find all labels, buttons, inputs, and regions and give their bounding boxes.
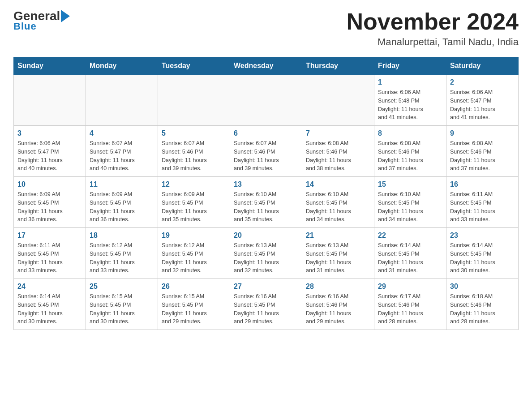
- day-number: 3: [17, 129, 82, 137]
- logo: General Blue: [13, 9, 71, 32]
- calendar-cell: 3Sunrise: 6:06 AMSunset: 5:47 PMDaylight…: [14, 126, 86, 177]
- calendar-cell: 27Sunrise: 6:16 AMSunset: 5:45 PMDayligh…: [230, 279, 302, 330]
- calendar-cell: 25Sunrise: 6:15 AMSunset: 5:45 PMDayligh…: [86, 279, 158, 330]
- title-area: November 2024 Manalurpettai, Tamil Nadu,…: [347, 9, 519, 48]
- day-info: Sunrise: 6:18 AMSunset: 5:46 PMDaylight:…: [450, 292, 515, 326]
- day-info: Sunrise: 6:07 AMSunset: 5:46 PMDaylight:…: [234, 139, 298, 173]
- calendar-cell: 19Sunrise: 6:12 AMSunset: 5:45 PMDayligh…: [158, 228, 230, 279]
- week-row-5: 24Sunrise: 6:14 AMSunset: 5:45 PMDayligh…: [14, 279, 519, 330]
- day-number: 8: [378, 129, 442, 137]
- weekday-header-sunday: Sunday: [14, 57, 86, 75]
- calendar-cell: 16Sunrise: 6:11 AMSunset: 5:45 PMDayligh…: [446, 177, 519, 228]
- day-info: Sunrise: 6:15 AMSunset: 5:45 PMDaylight:…: [162, 292, 226, 326]
- day-info: Sunrise: 6:06 AMSunset: 5:47 PMDaylight:…: [17, 139, 82, 173]
- calendar-cell: 14Sunrise: 6:10 AMSunset: 5:45 PMDayligh…: [302, 177, 374, 228]
- month-title: November 2024: [347, 9, 519, 34]
- day-info: Sunrise: 6:14 AMSunset: 5:45 PMDaylight:…: [450, 241, 515, 275]
- calendar-cell: 29Sunrise: 6:17 AMSunset: 5:46 PMDayligh…: [374, 279, 446, 330]
- day-info: Sunrise: 6:10 AMSunset: 5:45 PMDaylight:…: [234, 190, 298, 224]
- day-number: 16: [450, 180, 515, 188]
- day-number: 29: [378, 283, 442, 291]
- logo-arrow-icon: [61, 10, 70, 22]
- day-info: Sunrise: 6:10 AMSunset: 5:45 PMDaylight:…: [306, 190, 370, 224]
- day-info: Sunrise: 6:14 AMSunset: 5:45 PMDaylight:…: [378, 241, 442, 275]
- day-info: Sunrise: 6:11 AMSunset: 5:45 PMDaylight:…: [450, 190, 515, 224]
- day-number: 7: [306, 129, 370, 137]
- day-number: 4: [90, 129, 154, 137]
- calendar-cell: 11Sunrise: 6:09 AMSunset: 5:45 PMDayligh…: [86, 177, 158, 228]
- day-number: 11: [90, 180, 154, 188]
- calendar-cell: 15Sunrise: 6:10 AMSunset: 5:45 PMDayligh…: [374, 177, 446, 228]
- day-info: Sunrise: 6:13 AMSunset: 5:45 PMDaylight:…: [234, 241, 298, 275]
- calendar-table: SundayMondayTuesdayWednesdayThursdayFrid…: [13, 57, 519, 330]
- calendar-cell: 18Sunrise: 6:12 AMSunset: 5:45 PMDayligh…: [86, 228, 158, 279]
- day-info: Sunrise: 6:16 AMSunset: 5:46 PMDaylight:…: [306, 292, 370, 326]
- day-info: Sunrise: 6:07 AMSunset: 5:47 PMDaylight:…: [90, 139, 154, 173]
- calendar-cell: 22Sunrise: 6:14 AMSunset: 5:45 PMDayligh…: [374, 228, 446, 279]
- day-number: 17: [17, 231, 82, 240]
- day-number: 6: [234, 129, 298, 137]
- weekday-header-thursday: Thursday: [302, 57, 374, 75]
- weekday-header-monday: Monday: [86, 57, 158, 75]
- week-row-1: 1Sunrise: 6:06 AMSunset: 5:48 PMDaylight…: [14, 75, 519, 126]
- day-info: Sunrise: 6:13 AMSunset: 5:45 PMDaylight:…: [306, 241, 370, 275]
- calendar-cell: 8Sunrise: 6:08 AMSunset: 5:46 PMDaylight…: [374, 126, 446, 177]
- calendar-cell: 9Sunrise: 6:08 AMSunset: 5:46 PMDaylight…: [446, 126, 519, 177]
- day-number: 26: [162, 283, 226, 291]
- day-info: Sunrise: 6:12 AMSunset: 5:45 PMDaylight:…: [162, 241, 226, 275]
- weekday-header-friday: Friday: [374, 57, 446, 75]
- day-number: 20: [234, 231, 298, 240]
- day-info: Sunrise: 6:09 AMSunset: 5:45 PMDaylight:…: [90, 190, 154, 224]
- calendar-cell: 23Sunrise: 6:14 AMSunset: 5:45 PMDayligh…: [446, 228, 519, 279]
- day-info: Sunrise: 6:07 AMSunset: 5:46 PMDaylight:…: [162, 139, 226, 173]
- day-info: Sunrise: 6:15 AMSunset: 5:45 PMDaylight:…: [90, 292, 154, 326]
- header: General Blue November 2024 Manalurpettai…: [13, 9, 519, 48]
- weekday-header-saturday: Saturday: [446, 57, 519, 75]
- calendar-cell: 24Sunrise: 6:14 AMSunset: 5:45 PMDayligh…: [14, 279, 86, 330]
- day-number: 15: [378, 180, 442, 188]
- calendar-cell: 13Sunrise: 6:10 AMSunset: 5:45 PMDayligh…: [230, 177, 302, 228]
- day-number: 30: [450, 283, 515, 291]
- day-number: 18: [90, 231, 154, 240]
- day-info: Sunrise: 6:12 AMSunset: 5:45 PMDaylight:…: [90, 241, 154, 275]
- week-row-2: 3Sunrise: 6:06 AMSunset: 5:47 PMDaylight…: [14, 126, 519, 177]
- calendar-cell: [302, 75, 374, 126]
- header-row: SundayMondayTuesdayWednesdayThursdayFrid…: [14, 57, 519, 75]
- calendar-cell: 7Sunrise: 6:08 AMSunset: 5:46 PMDaylight…: [302, 126, 374, 177]
- calendar-cell: 26Sunrise: 6:15 AMSunset: 5:45 PMDayligh…: [158, 279, 230, 330]
- day-number: 21: [306, 231, 370, 240]
- day-number: 12: [162, 180, 226, 188]
- weekday-header-tuesday: Tuesday: [158, 57, 230, 75]
- day-number: 13: [234, 180, 298, 188]
- calendar-cell: 30Sunrise: 6:18 AMSunset: 5:46 PMDayligh…: [446, 279, 519, 330]
- day-number: 27: [234, 283, 298, 291]
- calendar-cell: 6Sunrise: 6:07 AMSunset: 5:46 PMDaylight…: [230, 126, 302, 177]
- calendar-cell: 5Sunrise: 6:07 AMSunset: 5:46 PMDaylight…: [158, 126, 230, 177]
- day-number: 25: [90, 283, 154, 291]
- calendar-cell: 4Sunrise: 6:07 AMSunset: 5:47 PMDaylight…: [86, 126, 158, 177]
- day-info: Sunrise: 6:08 AMSunset: 5:46 PMDaylight:…: [378, 139, 442, 173]
- day-number: 24: [17, 283, 82, 291]
- day-number: 22: [378, 231, 442, 240]
- day-info: Sunrise: 6:06 AMSunset: 5:47 PMDaylight:…: [450, 88, 515, 122]
- day-info: Sunrise: 6:08 AMSunset: 5:46 PMDaylight:…: [450, 139, 515, 173]
- day-info: Sunrise: 6:08 AMSunset: 5:46 PMDaylight:…: [306, 139, 370, 173]
- day-number: 19: [162, 231, 226, 240]
- logo-blue: Blue: [13, 21, 37, 32]
- day-info: Sunrise: 6:09 AMSunset: 5:45 PMDaylight:…: [17, 190, 82, 224]
- day-number: 2: [450, 78, 515, 86]
- day-number: 23: [450, 231, 515, 240]
- day-info: Sunrise: 6:11 AMSunset: 5:45 PMDaylight:…: [17, 241, 82, 275]
- weekday-header-wednesday: Wednesday: [230, 57, 302, 75]
- calendar-cell: [158, 75, 230, 126]
- day-info: Sunrise: 6:17 AMSunset: 5:46 PMDaylight:…: [378, 292, 442, 326]
- day-info: Sunrise: 6:16 AMSunset: 5:45 PMDaylight:…: [234, 292, 298, 326]
- calendar-cell: 28Sunrise: 6:16 AMSunset: 5:46 PMDayligh…: [302, 279, 374, 330]
- calendar-cell: 10Sunrise: 6:09 AMSunset: 5:45 PMDayligh…: [14, 177, 86, 228]
- calendar-cell: 17Sunrise: 6:11 AMSunset: 5:45 PMDayligh…: [14, 228, 86, 279]
- day-number: 14: [306, 180, 370, 188]
- day-number: 28: [306, 283, 370, 291]
- day-info: Sunrise: 6:09 AMSunset: 5:45 PMDaylight:…: [162, 190, 226, 224]
- location-title: Manalurpettai, Tamil Nadu, India: [347, 36, 519, 48]
- calendar-cell: 21Sunrise: 6:13 AMSunset: 5:45 PMDayligh…: [302, 228, 374, 279]
